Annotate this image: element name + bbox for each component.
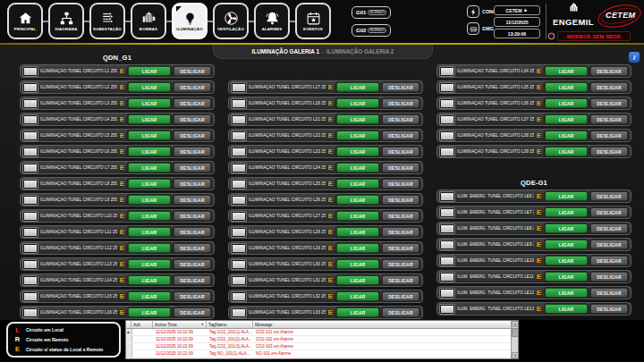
desligar-button[interactable]: DESLIGAR	[174, 98, 211, 108]
desligar-button[interactable]: DESLIGAR	[590, 304, 628, 314]
tab-galeria-2[interactable]: ILUMINAÇÃO GALERIA 2	[326, 48, 394, 55]
ligar-button[interactable]: LIGAR	[128, 227, 171, 237]
ligar-button[interactable]: LIGAR	[545, 256, 588, 265]
desligar-button[interactable]: DESLIGAR	[590, 223, 628, 233]
ligar-button[interactable]: LIGAR	[128, 98, 171, 108]
ligar-button[interactable]: LIGAR	[545, 98, 588, 108]
scrollbar-thumb[interactable]	[512, 328, 519, 337]
desligar-button[interactable]: DESLIGAR	[382, 211, 419, 221]
alarm-header-ack[interactable]: Ack	[131, 321, 153, 328]
desligar-button[interactable]: DESLIGAR	[382, 307, 419, 317]
desligar-button[interactable]: DESLIGAR	[382, 243, 419, 253]
ligar-button[interactable]: LIGAR	[128, 114, 171, 124]
desligar-button[interactable]: DESLIGAR	[174, 130, 211, 140]
ligar-button[interactable]: LIGAR	[128, 163, 171, 173]
desligar-button[interactable]: DESLIGAR	[382, 227, 419, 237]
nav-iluminacao[interactable]: ILUMINAÇÃO	[172, 3, 208, 39]
scroll-down-icon[interactable]: ▼	[512, 352, 519, 358]
desligar-button[interactable]: DESLIGAR	[590, 98, 628, 108]
alarm-header-active-time[interactable]: Active Time ▼	[153, 321, 207, 328]
ligar-button[interactable]: LIGAR	[128, 211, 171, 221]
alarm-ack-cell[interactable]	[132, 336, 154, 342]
desligar-button[interactable]: DESLIGAR	[590, 82, 628, 92]
desligar-button[interactable]: DESLIGAR	[174, 163, 211, 173]
desligar-button[interactable]: DESLIGAR	[382, 259, 419, 269]
ligar-button[interactable]: LIGAR	[336, 243, 379, 253]
ligar-button[interactable]: LIGAR	[336, 147, 379, 156]
ligar-button[interactable]: LIGAR	[128, 275, 171, 285]
alarm-row[interactable]: 11/12/2025 10:22:09Tag.NO_101(1).ALA...N…	[126, 350, 518, 358]
alarm-header-message[interactable]: Message	[253, 321, 518, 328]
scroll-up-icon[interactable]: ▲	[512, 321, 519, 327]
alarm-row[interactable]: 11/12/2025 10:22:09Tag.CO2_101(2).ALA...…	[126, 336, 518, 343]
desligar-button[interactable]: DESLIGAR	[174, 291, 211, 301]
ligar-button[interactable]: LIGAR	[128, 307, 171, 317]
desligar-button[interactable]: DESLIGAR	[590, 240, 628, 249]
ligar-button[interactable]: LIGAR	[128, 66, 171, 76]
ligar-button[interactable]: LIGAR	[336, 179, 379, 189]
nav-ventilacao[interactable]: VENTILAÇÃO	[213, 3, 249, 39]
desligar-button[interactable]: DESLIGAR	[174, 179, 211, 189]
ligar-button[interactable]: LIGAR	[128, 147, 171, 156]
ligar-button[interactable]: LIGAR	[336, 275, 379, 285]
alarm-ack-cell[interactable]	[132, 343, 154, 349]
desligar-button[interactable]: DESLIGAR	[590, 114, 628, 124]
nav-diagrama[interactable]: DIAGRAMA	[48, 3, 84, 39]
desligar-button[interactable]: DESLIGAR	[174, 82, 211, 92]
nav-eventos[interactable]: EVENTOS	[295, 3, 331, 39]
desligar-button[interactable]: DESLIGAR	[590, 191, 628, 201]
ligar-button[interactable]: LIGAR	[336, 114, 379, 124]
desligar-button[interactable]: DESLIGAR	[174, 259, 211, 269]
ligar-button[interactable]: LIGAR	[545, 304, 588, 314]
desligar-button[interactable]: DESLIGAR	[174, 147, 211, 156]
desligar-button[interactable]: DESLIGAR	[382, 163, 419, 173]
desligar-button[interactable]: DESLIGAR	[590, 288, 628, 298]
nav-alarmes[interactable]: ALARMES	[254, 3, 290, 39]
ligar-button[interactable]: LIGAR	[336, 227, 379, 237]
ligar-button[interactable]: LIGAR	[545, 66, 588, 76]
info-icon[interactable]: i	[629, 52, 640, 63]
tab-galeria-1[interactable]: ILUMINAÇÃO GALERIA 1	[252, 48, 319, 55]
desligar-button[interactable]: DESLIGAR	[382, 275, 419, 285]
desligar-button[interactable]: DESLIGAR	[174, 227, 211, 237]
alarm-ack-cell[interactable]	[132, 329, 154, 335]
ligar-button[interactable]: LIGAR	[545, 82, 588, 92]
desligar-button[interactable]: DESLIGAR	[174, 307, 211, 317]
ligar-button[interactable]: LIGAR	[128, 179, 171, 189]
fire-button-g02[interactable]: G02INCÊNDIO	[352, 24, 391, 37]
desligar-button[interactable]: DESLIGAR	[382, 179, 419, 189]
ligar-button[interactable]: LIGAR	[128, 130, 171, 140]
ligar-button[interactable]: LIGAR	[336, 130, 379, 140]
desligar-button[interactable]: DESLIGAR	[590, 147, 628, 156]
ligar-button[interactable]: LIGAR	[128, 243, 171, 253]
alarm-table-scrollbar[interactable]: ▲ ▼	[511, 321, 518, 358]
ligar-button[interactable]: LIGAR	[336, 291, 379, 301]
desligar-button[interactable]: DESLIGAR	[174, 66, 211, 76]
ligar-button[interactable]: LIGAR	[545, 288, 588, 298]
ligar-button[interactable]: LIGAR	[128, 82, 171, 92]
alarm-row[interactable]: ▶11/12/2025 10:22:09Tag.CO2_101(1).ALA..…	[126, 329, 518, 336]
desligar-button[interactable]: DESLIGAR	[174, 211, 211, 221]
nav-principal[interactable]: PRINCIPAL	[7, 3, 43, 39]
ligar-button[interactable]: LIGAR	[128, 195, 171, 205]
ligar-button[interactable]: LIGAR	[336, 259, 379, 269]
desligar-button[interactable]: DESLIGAR	[590, 272, 628, 282]
alarm-ack-cell[interactable]	[132, 358, 154, 359]
ligar-button[interactable]: LIGAR	[336, 98, 379, 108]
ligar-button[interactable]: LIGAR	[545, 130, 588, 140]
nav-subestacao[interactable]: SUBESTAÇÃO	[89, 3, 125, 39]
desligar-button[interactable]: DESLIGAR	[382, 114, 419, 124]
desligar-button[interactable]: DESLIGAR	[174, 195, 211, 205]
ligar-button[interactable]: LIGAR	[545, 240, 588, 249]
ligar-button[interactable]: LIGAR	[336, 307, 379, 317]
fire-button-g01[interactable]: G01INCÊNDIO	[352, 6, 391, 19]
alarm-header-tagname[interactable]: TagName	[207, 321, 253, 328]
ligar-button[interactable]: LIGAR	[336, 82, 379, 92]
nav-bombas[interactable]: BOMBAS	[131, 3, 166, 39]
desligar-button[interactable]: DESLIGAR	[382, 147, 419, 156]
ligar-button[interactable]: LIGAR	[545, 207, 588, 217]
ligar-button[interactable]: LIGAR	[128, 259, 171, 269]
alarm-ack-cell[interactable]	[132, 350, 154, 357]
desligar-button[interactable]: DESLIGAR	[382, 82, 419, 92]
alarm-row[interactable]: 11/12/2025 10:22:09Tag.NO_101(2).ALA...N…	[126, 358, 518, 359]
